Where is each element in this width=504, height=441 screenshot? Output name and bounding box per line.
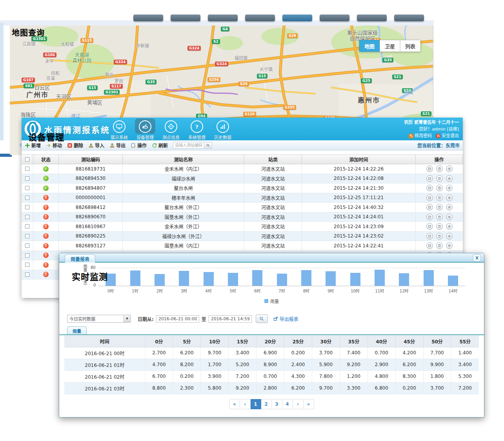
map-label: 福田镇 [235,56,247,61]
delete-button[interactable] [436,233,443,240]
export-report-link[interactable]: 导出报表 [273,316,298,322]
row-checkbox[interactable] [25,272,29,277]
tab-rain-report[interactable]: 雨量报表 [65,254,95,263]
rain-value-cell: 1.700 [201,359,229,370]
date-to-input[interactable] [209,315,252,323]
page-button[interactable]: ‹ [240,399,251,409]
settings-button[interactable] [446,233,453,240]
station-search-input[interactable] [173,142,204,149]
top-tab-6[interactable] [320,15,349,21]
top-tab-8[interactable] [394,15,424,21]
del-toolbar-button[interactable]: 删除 [67,142,83,149]
edit-button[interactable] [426,194,433,201]
station-search-button[interactable] [204,142,212,149]
select-all-checkbox[interactable] [25,157,29,162]
delete-button[interactable] [436,223,443,230]
page-button[interactable]: 1 [251,399,261,409]
nav-item-target[interactable]: 测点信息 [159,118,183,140]
page-button[interactable]: » [304,399,314,409]
row-checkbox[interactable] [25,234,29,238]
import-icon [88,143,94,148]
edit-button[interactable] [426,185,433,191]
import-toolbar-button[interactable]: 导入 [88,142,104,149]
date-from-input[interactable] [156,315,199,323]
subtab-rain[interactable]: 雨量 [67,327,87,334]
settings-button[interactable] [446,165,453,172]
nav-item-question[interactable]: ?系统管理 [185,118,209,140]
logout-link[interactable]: 安全退出 [436,132,459,139]
edit-button[interactable] [426,165,433,172]
edit-button[interactable] [426,233,433,240]
row-checkbox[interactable] [25,243,29,248]
page-button[interactable]: 3 [272,399,282,409]
page-button[interactable]: 4 [282,399,293,409]
delete-button[interactable] [436,175,443,182]
delete-button[interactable] [436,214,443,220]
map-type-button[interactable]: 卫星 [380,40,400,52]
rain-bar [399,273,409,286]
settings-button[interactable] [446,175,453,182]
delete-button[interactable] [436,185,443,191]
plus-toolbar-button[interactable]: 新增 [25,142,41,149]
row-checkbox[interactable] [25,263,29,267]
row-checkbox[interactable] [25,253,29,258]
delete-button[interactable] [436,165,443,172]
plus-icon [25,143,30,148]
top-tab-2[interactable] [171,15,200,21]
page-button[interactable]: « [229,399,240,409]
row-checkbox[interactable] [25,215,29,219]
page-button[interactable]: 2 [261,399,272,409]
row-checkbox[interactable] [25,167,29,171]
operations-cell [416,164,463,174]
settings-button[interactable] [446,185,453,191]
added-time-cell: 2015-12-25 17:11:21 [302,193,416,203]
power-icon [436,134,440,138]
row-checkbox[interactable] [25,224,29,229]
settings-button[interactable] [446,214,453,220]
x-tick-label: 13时 [420,288,437,294]
top-tab-3[interactable] [208,15,238,21]
map-type-button[interactable]: 地图 [359,40,380,52]
select-arrow-icon[interactable]: ▼ [124,315,130,322]
data-mode-select[interactable]: 今日实时数据 ▼ [67,315,131,323]
row-checkbox[interactable] [25,186,29,190]
nav-item-device[interactable]: 设备管理 [133,118,157,140]
row-checkbox-cell [22,164,33,174]
settings-button[interactable] [446,242,453,249]
edit-button[interactable] [426,204,433,211]
top-tab-5[interactable] [282,15,312,21]
move-toolbar-button[interactable]: 移动 [46,142,62,149]
status-cell: ✓ [33,164,59,174]
delete-button[interactable] [436,194,443,201]
doc-toolbar-button[interactable]: 操作 [131,142,147,149]
nav-item-monitor[interactable]: 展示系统 [107,118,131,140]
top-tab-7[interactable] [357,15,387,21]
export-toolbar-button[interactable]: 导出 [109,142,126,149]
settings-button[interactable] [446,194,453,201]
delete-button[interactable] [436,204,443,211]
top-tab-4[interactable] [245,15,275,21]
rain-value-cell: 2.800 [257,382,284,394]
row-checkbox[interactable] [25,176,29,181]
rain-value-cell: 7.400 [340,347,368,359]
top-tab-1[interactable] [133,15,163,21]
edit-button[interactable] [426,214,433,220]
operations-cell [416,203,463,212]
close-button[interactable]: X [473,254,481,261]
settings-button[interactable] [446,223,453,230]
doc-icon [131,143,136,148]
row-checkbox[interactable] [25,205,29,209]
refresh-toolbar-button[interactable]: 刷新 [152,142,168,149]
page-button[interactable]: › [293,399,304,409]
rain-value-cell: 8.200 [173,359,201,370]
edit-button[interactable] [426,242,433,249]
edit-button[interactable] [426,175,433,182]
row-checkbox[interactable] [25,196,29,200]
edit-button[interactable] [426,223,433,230]
nav-item-chart[interactable]: 历史数据 [211,118,235,140]
map-type-button[interactable]: 列表 [400,40,420,52]
settings-button[interactable] [446,204,453,211]
delete-button[interactable] [436,242,443,249]
query-button[interactable] [256,314,268,323]
change-password-link[interactable]: 修改密码 [409,132,432,139]
